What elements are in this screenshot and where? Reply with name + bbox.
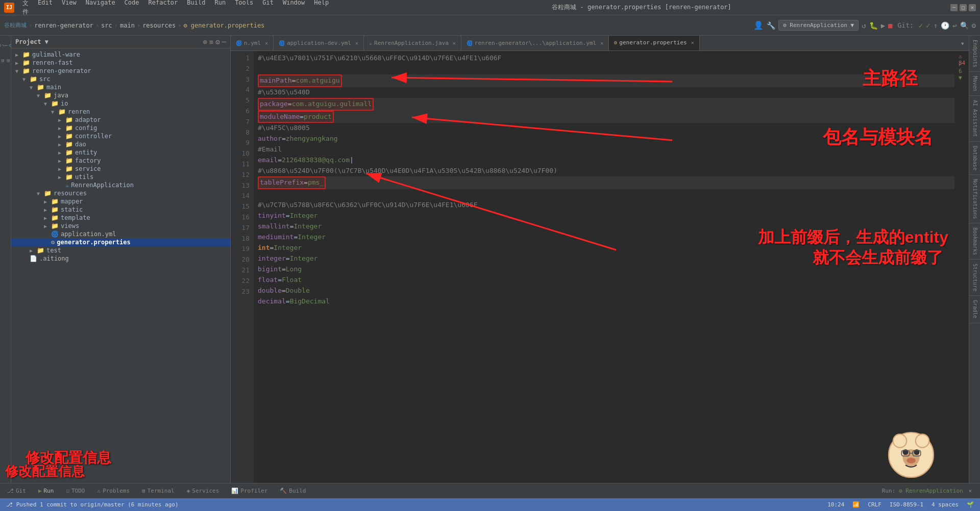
tree-item-src[interactable]: ▼ 📁 src bbox=[11, 75, 230, 83]
git-checkmark-2[interactable]: ✓ bbox=[926, 21, 930, 30]
tree-item-gulimall-ware[interactable]: ▶ 📁 gulimall-ware bbox=[11, 50, 230, 59]
tree-item-config[interactable]: ▶ 📁 config bbox=[11, 124, 230, 132]
tree-item-template[interactable]: ▶ 📁 template bbox=[11, 214, 230, 222]
tree-item-service[interactable]: ▶ 📁 service bbox=[11, 165, 230, 173]
menu-git[interactable]: Git bbox=[258, 0, 278, 17]
menu-help[interactable]: Help bbox=[310, 0, 333, 17]
menu-navigate[interactable]: Navigate bbox=[82, 0, 119, 17]
breadcrumb-resources[interactable]: resources bbox=[142, 22, 176, 29]
commit-icon[interactable]: Commit bbox=[0, 55, 11, 66]
tree-item-test[interactable]: ▶ 📁 test bbox=[11, 246, 230, 254]
profile-icon[interactable]: 👤 bbox=[753, 20, 764, 30]
menu-view[interactable]: View bbox=[58, 0, 81, 17]
toolbar-icon-1[interactable]: 🔧 bbox=[767, 21, 775, 30]
tree-item-static[interactable]: ▶ 📁 static bbox=[11, 206, 230, 214]
tab-overflow-btn[interactable]: ▾ bbox=[957, 39, 969, 47]
toolbar-debug-btn[interactable]: 🐛 bbox=[869, 21, 878, 30]
breadcrumb-main[interactable]: main bbox=[120, 22, 135, 29]
tree-item-entity[interactable]: ▶ 📁 entity bbox=[11, 148, 230, 157]
bookmarks-panel-tab[interactable]: Bookmarks bbox=[969, 223, 980, 260]
tree-item-generator-properties[interactable]: ▶ ⚙ generator.properties bbox=[11, 238, 230, 246]
terminal-bottom-tab[interactable]: ⊞ Terminal bbox=[139, 487, 178, 495]
tree-item-renren-generator[interactable]: ▼ 📁 renren-generator bbox=[11, 67, 230, 75]
collapse-all-icon[interactable]: ≡ bbox=[209, 38, 213, 46]
toolbar-stop-btn[interactable]: ■ bbox=[888, 21, 892, 30]
tree-item-main[interactable]: ▼ 📁 main bbox=[11, 83, 230, 91]
maven-panel-tab[interactable]: Maven bbox=[969, 72, 980, 96]
tree-item-application-yml[interactable]: ▶ 🌀 application.yml bbox=[11, 230, 230, 238]
code-editor[interactable]: #\u4EE3\u7801\u751F\u6210\u5668\uFF0C\u9… bbox=[254, 51, 959, 483]
folder-icon: 📁 bbox=[65, 141, 73, 148]
breadcrumb-root[interactable]: 谷粒商城 bbox=[4, 21, 27, 29]
tree-item-resources[interactable]: ▼ 📁 resources bbox=[11, 189, 230, 197]
problems-bottom-tab[interactable]: ⚠ Problems bbox=[94, 487, 133, 495]
database-panel-tab[interactable]: Database bbox=[969, 142, 980, 175]
project-icon[interactable]: Project bbox=[0, 40, 11, 51]
maximize-button[interactable]: □ bbox=[960, 4, 967, 11]
tab-close-btn-5[interactable]: ✕ bbox=[691, 40, 694, 45]
menu-run[interactable]: Run bbox=[210, 0, 230, 17]
tab-application-yml-2[interactable]: 🌀 renren-generator\...\application.yml ✕ bbox=[461, 36, 609, 51]
panel-hide-icon[interactable]: ─ bbox=[222, 38, 226, 46]
git-history-icon[interactable]: 🕐 bbox=[941, 21, 949, 30]
structure-panel-tab[interactable]: Structure bbox=[969, 260, 980, 296]
tree-item-controller[interactable]: ▶ 📁 controller bbox=[11, 132, 230, 140]
tree-item-io[interactable]: ▼ 📁 io bbox=[11, 99, 230, 108]
git-push-icon[interactable]: ↑ bbox=[934, 21, 938, 30]
tree-item-renren-fast[interactable]: ▶ 📁 renren-fast bbox=[11, 59, 230, 67]
tree-item-factory[interactable]: ▶ 📁 factory bbox=[11, 157, 230, 165]
menu-code[interactable]: Code bbox=[120, 0, 143, 17]
git-bottom-tab[interactable]: ⎇ Git bbox=[4, 487, 29, 495]
menu-file[interactable]: 文件 bbox=[18, 0, 33, 17]
tree-item-mapper[interactable]: ▶ 📁 mapper bbox=[11, 197, 230, 206]
menu-refactor[interactable]: Refactor bbox=[144, 0, 182, 17]
tab-close-btn-3[interactable]: ✕ bbox=[453, 40, 456, 46]
tree-item-views[interactable]: ▶ 📁 views bbox=[11, 222, 230, 230]
services-bottom-tab[interactable]: ◈ Services bbox=[184, 487, 223, 495]
breadcrumb-file[interactable]: ⚙ generator.properties bbox=[183, 22, 264, 29]
endpoints-panel-tab[interactable]: Endpoints bbox=[969, 36, 980, 72]
minimize-button[interactable]: ─ bbox=[950, 4, 958, 11]
tab-close-btn-2[interactable]: ✕ bbox=[355, 40, 358, 46]
locate-file-icon[interactable]: ⊕ bbox=[203, 38, 207, 46]
git-revert-icon[interactable]: ↩ bbox=[952, 21, 957, 30]
settings-icon[interactable]: ⚙ bbox=[972, 21, 976, 30]
tree-item-utils[interactable]: ▶ 📁 utils bbox=[11, 173, 230, 181]
tab-generator-properties[interactable]: ⚙ generator.properties ✕ bbox=[609, 36, 700, 51]
run-status: Run: ⚙ RenrenApplication ✕ bbox=[878, 488, 976, 494]
breadcrumb-project[interactable]: renren-generator bbox=[34, 22, 93, 29]
run-config-selector[interactable]: ⚙ RenrenApplication ▼ bbox=[778, 20, 859, 31]
tab-close-btn-4[interactable]: ✕ bbox=[600, 40, 603, 46]
expand-arrow: ▼ bbox=[15, 68, 22, 74]
toolbar-more-btn[interactable]: ▶ bbox=[881, 21, 885, 30]
menu-window[interactable]: Window bbox=[279, 0, 309, 17]
tab-renren-application-java[interactable]: ☕ RenrenApplication.java ✕ bbox=[364, 36, 461, 51]
breadcrumb-src[interactable]: src bbox=[101, 22, 112, 29]
tree-item-renren-application[interactable]: ▶ ☕ RenrenApplication bbox=[11, 181, 230, 189]
todo-bottom-tab[interactable]: ☑ TODO bbox=[63, 487, 88, 495]
notifications-panel-tab[interactable]: Notifications bbox=[969, 175, 980, 223]
build-bottom-tab[interactable]: 🔨 Build bbox=[277, 487, 309, 495]
tree-item-aitiong[interactable]: ▶ 📄 .aitiong bbox=[11, 254, 230, 263]
menu-tools[interactable]: Tools bbox=[231, 0, 257, 17]
panel-settings-icon[interactable]: ⚙ bbox=[215, 38, 219, 46]
gradle-panel-tab[interactable]: Gradle bbox=[969, 296, 980, 323]
ai-assistant-panel-tab[interactable]: AI Assistant bbox=[969, 96, 980, 141]
tree-item-renren[interactable]: ▼ 📁 renren bbox=[11, 108, 230, 116]
toolbar-run-btn[interactable]: ↺ bbox=[862, 21, 866, 30]
profiler-bottom-tab[interactable]: 📊 Profiler bbox=[228, 487, 271, 495]
tree-item-dao[interactable]: ▶ 📁 dao bbox=[11, 140, 230, 148]
run-bottom-tab[interactable]: ▶ Run bbox=[35, 487, 57, 495]
menu-build[interactable]: Build bbox=[183, 0, 209, 17]
tree-item-java[interactable]: ▼ 📁 java bbox=[11, 91, 230, 99]
code-content: email=2126483838@qq.com| bbox=[258, 155, 954, 166]
search-icon[interactable]: 🔍 bbox=[960, 21, 969, 30]
tab-close-btn[interactable]: ✕ bbox=[265, 40, 268, 46]
git-checkmark-1[interactable]: ✓ bbox=[919, 21, 923, 30]
menu-edit[interactable]: Edit bbox=[34, 0, 57, 17]
tab-application-dev-yml[interactable]: 🌀 application-dev.yml ✕ bbox=[274, 36, 364, 51]
tab-n-yml[interactable]: 🌀 n.yml ✕ bbox=[231, 36, 274, 51]
close-button[interactable]: ✕ bbox=[969, 4, 976, 11]
tree-item-adaptor[interactable]: ▶ 📁 adaptor bbox=[11, 116, 230, 124]
titlebar: IJ 文件 Edit View Navigate Code Refactor B… bbox=[0, 0, 980, 15]
